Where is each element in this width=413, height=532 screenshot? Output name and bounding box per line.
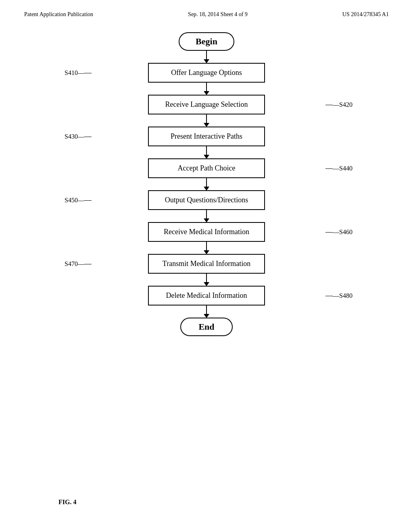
- step-row-s420: Receive Language Selection —S420: [0, 95, 413, 114]
- box-s470: Transmit Medical Information: [148, 254, 265, 274]
- page-header: Patent Application Publication Sep. 18, …: [0, 0, 413, 18]
- arrow-4: [206, 146, 207, 158]
- arrow-8: [206, 274, 207, 286]
- step-row-s460: Receive Medical Information —S460: [0, 222, 413, 242]
- figure-label: FIG. 4: [58, 499, 76, 506]
- arrow-line-2: [206, 83, 207, 95]
- label-s420: —S420: [333, 101, 353, 108]
- end-row: End: [0, 318, 413, 336]
- label-s460: —S460: [333, 229, 353, 236]
- begin-row: Begin: [0, 32, 413, 51]
- arrow-7: [206, 242, 207, 254]
- arrow-line-4: [206, 146, 207, 158]
- label-s410: S410—: [65, 69, 84, 77]
- arrow-6: [206, 210, 207, 222]
- begin-capsule: Begin: [179, 32, 234, 51]
- flowchart: Begin S410— Offer Language Options Recei…: [0, 32, 413, 336]
- arrow-2: [206, 83, 207, 95]
- label-s430: S430—: [65, 133, 84, 140]
- arrow-3: [206, 114, 207, 127]
- arrow-line-5: [206, 178, 207, 190]
- label-s480: —S480: [333, 292, 353, 299]
- arrow-line-8: [206, 274, 207, 286]
- box-s440: Accept Path Choice: [148, 158, 265, 178]
- arrow-1: [206, 51, 207, 63]
- step-row-s470: S470— Transmit Medical Information: [0, 254, 413, 274]
- arrow-line-6: [206, 210, 207, 222]
- end-capsule: End: [180, 318, 233, 336]
- box-s450: Output Questions/Directions: [148, 190, 265, 210]
- header-left: Patent Application Publication: [24, 11, 93, 18]
- box-s460: Receive Medical Information: [148, 222, 265, 242]
- arrow-line-3: [206, 114, 207, 127]
- header-center: Sep. 18, 2014 Sheet 4 of 9: [188, 11, 248, 18]
- label-s440: —S440: [333, 165, 353, 172]
- label-s450: S450—: [65, 197, 84, 204]
- step-row-s430: S430— Present Interactive Paths: [0, 127, 413, 146]
- box-s420: Receive Language Selection: [148, 95, 265, 114]
- arrow-5: [206, 178, 207, 190]
- header-right: US 2014/278345 A1: [342, 11, 389, 18]
- arrow-9: [206, 305, 207, 318]
- arrow-line-1: [206, 51, 207, 63]
- step-row-s410: S410— Offer Language Options: [0, 63, 413, 83]
- step-row-s450: S450— Output Questions/Directions: [0, 190, 413, 210]
- step-row-s480: Delete Medical Information —S480: [0, 286, 413, 305]
- step-row-s440: Accept Path Choice —S440: [0, 158, 413, 178]
- box-s480: Delete Medical Information: [148, 286, 265, 305]
- box-s430: Present Interactive Paths: [148, 127, 265, 146]
- arrow-line-9: [206, 305, 207, 318]
- label-s470: S470—: [65, 260, 84, 268]
- arrow-line-7: [206, 242, 207, 254]
- box-s410: Offer Language Options: [148, 63, 265, 83]
